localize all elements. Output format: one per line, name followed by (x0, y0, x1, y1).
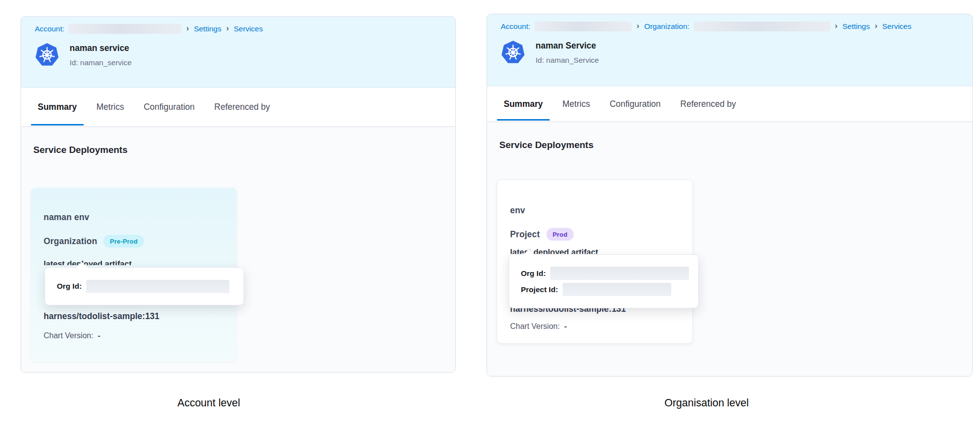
chevron-right-icon: › (226, 24, 229, 33)
occluded-text-line: latest deployed artifact (510, 248, 684, 254)
scope-label: Project (510, 229, 540, 240)
service-header: Account: › Settings › Services (21, 17, 455, 88)
breadcrumb-settings-link[interactable]: Settings (194, 25, 221, 33)
breadcrumb-services-link[interactable]: Services (234, 25, 263, 33)
env-type-badge: Prod (546, 228, 574, 241)
service-name: naman Service (536, 41, 599, 51)
scope-label: Organization (44, 236, 97, 247)
project-id-label: Project Id: (521, 285, 558, 294)
breadcrumb-settings-link[interactable]: Settings (842, 22, 870, 31)
tab-referenced-by[interactable]: Referenced by (207, 88, 277, 126)
tab-configuration[interactable]: Configuration (137, 88, 201, 126)
artifact-name: harness/todolist-sample:131 (44, 311, 228, 322)
tab-bar: Summary Metrics Configuration Referenced… (21, 88, 455, 127)
chart-version-label: Chart Version: (44, 331, 93, 340)
service-name: naman service (70, 43, 132, 53)
redacted-account-name (69, 24, 181, 34)
service-id: Id: naman_service (70, 58, 132, 67)
chart-version-row: Chart Version:- (510, 322, 684, 331)
service-header: Account: › Organization: › Settings › Se… (487, 14, 972, 86)
tab-metrics[interactable]: Metrics (90, 88, 131, 126)
breadcrumb: Account: › Settings › Services (35, 23, 441, 35)
organisation-level-panel: Account: › Organization: › Settings › Se… (487, 14, 973, 376)
breadcrumb-account-link[interactable]: Account: (501, 22, 530, 31)
breadcrumb-services-link[interactable]: Services (882, 22, 911, 31)
redacted-account-name (535, 22, 632, 31)
environment-name: naman env (44, 212, 228, 223)
scope-id-tooltip: Org Id: Project Id: (509, 254, 699, 308)
environment-name: env (510, 205, 684, 216)
chart-version-row: Chart Version:- (44, 331, 228, 340)
summary-content: Service Deployments env Project Prod lat… (487, 122, 972, 376)
service-id: Id: naman_Service (536, 56, 599, 65)
chevron-right-icon: › (636, 22, 639, 30)
caption-organisation-level: Organisation level (664, 397, 749, 409)
tab-summary[interactable]: Summary (31, 88, 84, 126)
chevron-right-icon: › (874, 22, 878, 30)
comparison-figure: Account: › Settings › Services (0, 0, 980, 424)
section-title: Service Deployments (499, 140, 593, 150)
tab-summary[interactable]: Summary (497, 86, 550, 122)
section-title: Service Deployments (33, 145, 127, 155)
chevron-right-icon: › (186, 24, 189, 33)
kubernetes-icon (501, 40, 525, 65)
breadcrumb: Account: › Organization: › Settings › Se… (501, 21, 958, 32)
org-id-label: Org Id: (521, 269, 546, 278)
tab-configuration[interactable]: Configuration (603, 86, 667, 122)
redacted-project-id-value (563, 283, 671, 296)
account-level-panel: Account: › Settings › Services (21, 16, 456, 373)
service-identity: naman service Id: naman_service (35, 43, 441, 67)
caption-account-level: Account level (177, 397, 240, 409)
redacted-org-id-value (86, 280, 229, 293)
summary-content: Service Deployments naman env Organizati… (21, 127, 455, 372)
breadcrumb-account-link[interactable]: Account: (35, 25, 64, 33)
chart-version-label: Chart Version: (510, 322, 560, 330)
chart-version-value: - (98, 331, 100, 340)
kubernetes-icon (35, 43, 59, 67)
breadcrumb-organization-link[interactable]: Organization: (644, 22, 689, 31)
redacted-org-id-value (550, 267, 689, 280)
scope-id-tooltip: Org Id: (45, 267, 244, 305)
occluded-text-line: latest deployed artifact (44, 259, 228, 265)
tab-metrics[interactable]: Metrics (556, 86, 597, 122)
redacted-organization-name (694, 22, 830, 31)
env-type-badge: Pre-Prod (103, 235, 144, 248)
service-identity: naman Service Id: naman_Service (501, 40, 958, 65)
chart-version-value: - (564, 322, 566, 330)
chevron-right-icon: › (834, 22, 838, 30)
tab-referenced-by[interactable]: Referenced by (673, 86, 743, 122)
org-id-label: Org Id: (57, 282, 82, 291)
tab-bar: Summary Metrics Configuration Referenced… (487, 86, 972, 122)
